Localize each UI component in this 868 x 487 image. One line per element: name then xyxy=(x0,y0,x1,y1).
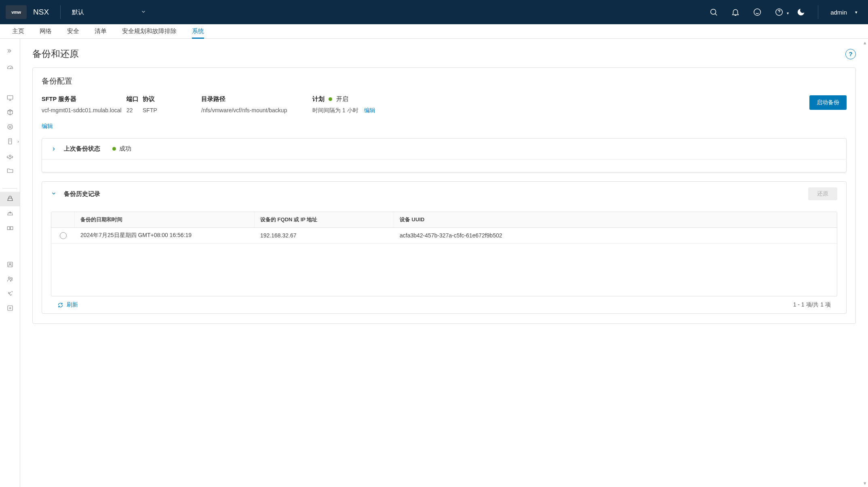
svg-point-5 xyxy=(9,126,11,128)
cell-fqdn: 192.168.32.67 xyxy=(255,228,394,243)
column-select xyxy=(51,212,75,227)
restore-button: 还原 xyxy=(808,187,837,200)
tab-network[interactable]: 网络 xyxy=(40,24,52,38)
tab-inventory[interactable]: 清单 xyxy=(95,24,107,38)
svg-rect-6 xyxy=(8,139,12,144)
tab-system[interactable]: 系统 xyxy=(192,24,204,38)
last-backup-status-header[interactable]: 上次备份状态 成功 xyxy=(42,139,846,159)
sidebar-item-dashboard[interactable] xyxy=(0,61,20,76)
cell-date: 2024年7月25日星期四 GMT+08:00 16:56:19 xyxy=(75,228,255,243)
column-uuid: 设备 UUID xyxy=(394,212,837,227)
divider xyxy=(818,5,818,19)
edit-schedule-link[interactable]: 编辑 xyxy=(364,107,375,114)
last-backup-status-label: 上次备份状态 xyxy=(64,145,100,153)
sidebar-expand-toggle[interactable] xyxy=(0,44,20,58)
svg-point-4 xyxy=(8,124,13,129)
edit-server-link[interactable]: 编辑 xyxy=(42,123,53,130)
status-dot-icon xyxy=(112,147,116,151)
page-title: 备份和还原 xyxy=(32,48,79,60)
sidebar-item-migrate[interactable] xyxy=(0,221,20,235)
svg-rect-9 xyxy=(10,227,13,230)
product-name: NSX xyxy=(33,8,49,17)
sidebar-divider xyxy=(2,188,17,189)
tab-home[interactable]: 主页 xyxy=(12,24,24,38)
refresh-button[interactable]: 刷新 xyxy=(57,301,78,309)
help-icon[interactable]: ▾ xyxy=(774,7,784,17)
svg-rect-8 xyxy=(7,227,10,230)
sidebar-item-settings[interactable] xyxy=(0,149,20,163)
scroll-up-icon[interactable]: ▴ xyxy=(864,40,866,46)
column-fqdn: 设备的 FQDN 或 IP 地址 xyxy=(255,212,394,227)
start-backup-button[interactable]: 启动备份 xyxy=(809,95,847,110)
user-name: admin xyxy=(830,9,847,16)
svg-point-11 xyxy=(9,263,11,265)
cell-uuid: acfa3b42-457b-327a-c5fc-61e672f9b502 xyxy=(394,228,837,243)
main-tabs: 主页 网络 安全 清单 安全规划和故障排除 系统 xyxy=(0,24,868,39)
tab-security[interactable]: 安全 xyxy=(67,24,79,38)
last-backup-status-panel: 上次备份状态 成功 xyxy=(42,138,847,172)
dir-path-value: /nfs/vmware/vcf/nfs-mount/backup xyxy=(201,106,312,115)
left-sidebar: › xyxy=(0,39,20,487)
sftp-server-label: SFTP 服务器 xyxy=(42,95,126,103)
chevron-down-icon xyxy=(51,191,57,197)
bell-icon[interactable] xyxy=(731,7,740,17)
context-selector[interactable]: 默认 xyxy=(72,8,146,16)
sidebar-item-lifecycle[interactable] xyxy=(0,120,20,134)
protocol-label: 协议 xyxy=(143,95,201,103)
protocol-value: SFTP xyxy=(143,106,201,115)
context-label: 默认 xyxy=(72,8,84,16)
sidebar-item-upgrade[interactable] xyxy=(0,206,20,221)
page-help-button[interactable]: ? xyxy=(845,49,856,59)
column-date: 备份的日期和时间 xyxy=(75,212,255,227)
config-title: 备份配置 xyxy=(42,76,847,86)
sftp-server-value: vcf-mgmt01-sddc01.mulab.local xyxy=(42,106,126,115)
sidebar-item-users[interactable] xyxy=(0,257,20,272)
feedback-smiley-icon[interactable] xyxy=(752,7,762,17)
backup-history-panel: 备份历史记录 还原 备份的日期和时间 设备的 FQDN 或 IP 地址 设备 U… xyxy=(42,181,847,314)
svg-point-0 xyxy=(711,9,716,15)
dir-path-label: 目录路径 xyxy=(201,95,312,103)
port-value: 22 xyxy=(126,106,143,115)
chevron-down-icon: ▾ xyxy=(855,10,857,15)
main-content: ▴ ▾ 备份和还原 ? 备份配置 SFTP 服务器 vcf-mgmt01-sdd… xyxy=(20,39,868,487)
refresh-label: 刷新 xyxy=(67,301,78,309)
user-menu[interactable]: admin ▾ xyxy=(830,9,857,16)
svg-point-12 xyxy=(8,277,10,279)
sidebar-item-diagnostics[interactable] xyxy=(0,286,20,301)
svg-point-1 xyxy=(754,9,761,16)
schedule-label: 计划 xyxy=(312,95,324,103)
schedule-value: 时间间隔为 1 小时 xyxy=(312,106,358,115)
chevron-right-icon xyxy=(51,146,57,152)
sidebar-item-roles[interactable] xyxy=(0,272,20,286)
status-dot-icon xyxy=(329,97,332,101)
last-backup-status-value: 成功 xyxy=(119,145,131,153)
svg-point-7 xyxy=(9,155,11,157)
table-row[interactable]: 2024年7月25日星期四 GMT+08:00 16:56:19 192.168… xyxy=(51,228,837,244)
row-radio[interactable] xyxy=(60,232,67,239)
sidebar-item-fabric[interactable] xyxy=(0,105,20,120)
chevron-down-icon xyxy=(141,9,146,16)
divider xyxy=(60,5,61,19)
pagination-text: 1 - 1 项/共 1 项 xyxy=(793,301,831,309)
dark-mode-moon-icon[interactable] xyxy=(796,7,806,17)
sidebar-item-hosts[interactable]: › xyxy=(0,134,20,149)
schedule-state: 开启 xyxy=(336,95,348,103)
chevron-right-icon: › xyxy=(17,139,19,144)
sidebar-item-folder[interactable] xyxy=(0,163,20,178)
backup-config-card: 备份配置 SFTP 服务器 vcf-mgmt01-sddc01.mulab.lo… xyxy=(32,67,856,324)
sidebar-item-backup-restore[interactable] xyxy=(0,192,20,206)
tab-security-planning[interactable]: 安全规划和故障排除 xyxy=(122,24,177,38)
backup-history-label: 备份历史记录 xyxy=(64,190,100,198)
backup-history-header[interactable]: 备份历史记录 xyxy=(51,190,100,198)
chevron-down-icon: ▾ xyxy=(787,11,789,15)
svg-rect-3 xyxy=(7,96,13,99)
search-icon[interactable] xyxy=(709,7,718,17)
sidebar-item-support[interactable] xyxy=(0,301,20,315)
svg-point-13 xyxy=(11,278,12,279)
sidebar-item-appliances[interactable] xyxy=(0,90,20,105)
app-header: vmw NSX 默认 ▾ admin ▾ xyxy=(0,0,868,24)
vmware-logo: vmw xyxy=(6,5,27,19)
scroll-down-icon[interactable]: ▾ xyxy=(864,480,866,486)
port-label: 端口 xyxy=(126,95,143,103)
backup-history-table: 备份的日期和时间 设备的 FQDN 或 IP 地址 设备 UUID 2024年7… xyxy=(51,212,837,296)
